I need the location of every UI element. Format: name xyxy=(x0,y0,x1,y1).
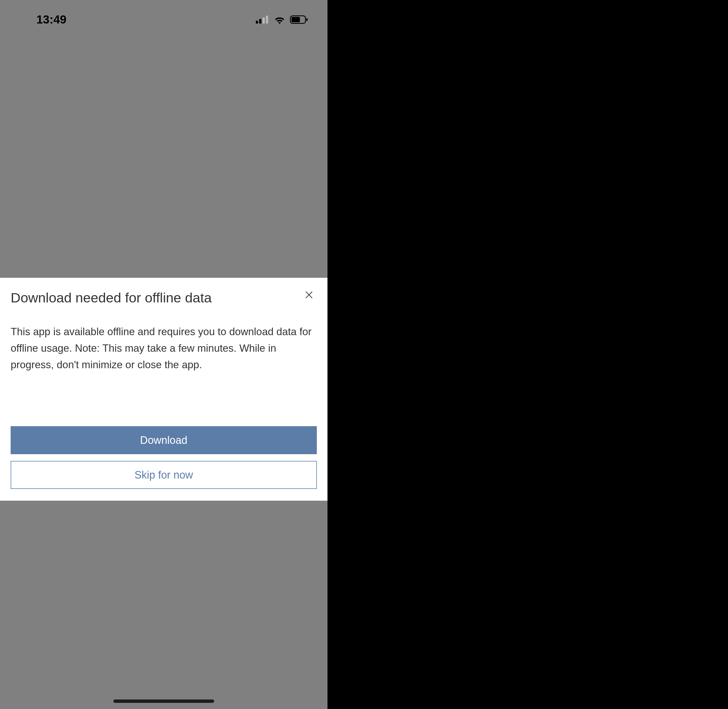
download-button-label: Download xyxy=(140,434,188,446)
close-button[interactable] xyxy=(302,289,316,302)
status-bar: 13:49 xyxy=(0,0,328,34)
black-filler-pane xyxy=(328,0,728,709)
svg-rect-2 xyxy=(306,18,307,21)
modal-body-text: This app is available offline and requir… xyxy=(11,324,313,373)
phone-screen: 13:49 xyxy=(0,0,328,709)
screen-container: 13:49 xyxy=(0,0,728,709)
offline-download-modal: Download needed for offline data This ap… xyxy=(0,278,328,501)
download-button[interactable]: Download xyxy=(11,426,317,454)
status-icons xyxy=(256,15,308,24)
close-icon xyxy=(304,290,314,301)
battery-icon xyxy=(290,15,308,24)
modal-title: Download needed for offline data xyxy=(11,290,212,306)
modal-buttons: Download Skip for now xyxy=(11,426,317,489)
status-time: 13:49 xyxy=(36,13,66,26)
cellular-icon xyxy=(256,16,269,23)
modal-header: Download needed for offline data xyxy=(11,290,317,306)
home-indicator xyxy=(114,699,214,703)
skip-button[interactable]: Skip for now xyxy=(11,461,317,489)
skip-button-label: Skip for now xyxy=(134,469,193,481)
svg-rect-1 xyxy=(292,17,300,22)
wifi-icon xyxy=(274,15,285,24)
